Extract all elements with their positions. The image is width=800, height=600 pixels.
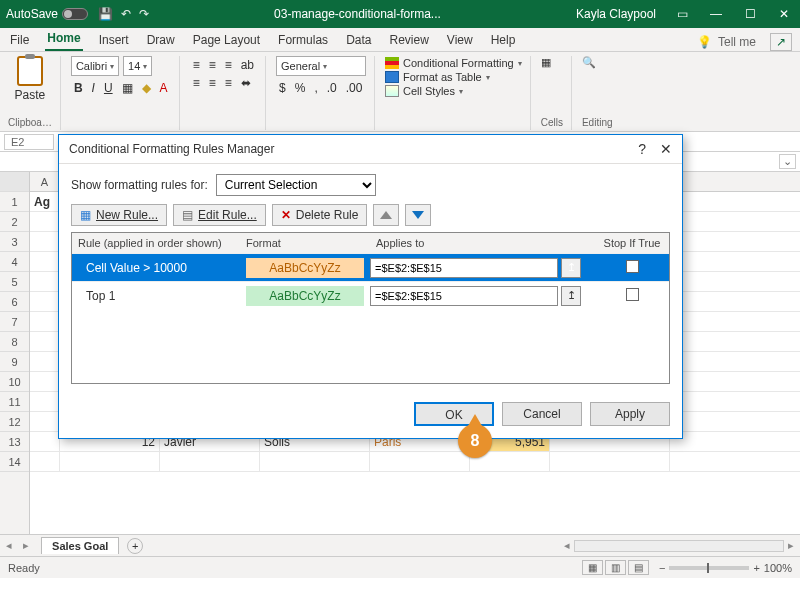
cell[interactable] [30,432,60,451]
delete-rule-button[interactable]: ✕Delete Rule [272,204,368,226]
align-right-icon[interactable]: ≡ [222,74,235,92]
cell[interactable] [30,232,60,251]
row-header[interactable]: 7 [0,312,29,332]
font-size-combo[interactable]: 14▾ [123,56,152,76]
view-buttons[interactable]: ▦▥▤ [580,560,649,575]
wrap-text-icon[interactable]: ab [238,56,257,74]
underline-button[interactable]: U [101,79,116,97]
tab-data[interactable]: Data [344,30,373,51]
bold-button[interactable]: B [71,79,86,97]
tab-help[interactable]: Help [489,30,518,51]
range-picker-icon[interactable]: ↥ [561,286,581,306]
font-color-button[interactable]: A [157,79,171,97]
cell[interactable] [60,452,160,471]
dialog-help-icon[interactable]: ? [638,141,646,157]
page-layout-view-icon[interactable]: ▥ [605,560,626,575]
tab-review[interactable]: Review [387,30,430,51]
comma-icon[interactable]: , [311,79,320,97]
cell[interactable] [260,452,370,471]
merge-icon[interactable]: ⬌ [238,74,254,92]
insert-cells-button[interactable]: ▦ [541,56,563,69]
maximize-icon[interactable]: ☐ [740,7,760,21]
ok-button[interactable]: OK [414,402,494,426]
name-box[interactable]: E2 [4,134,54,150]
close-icon[interactable]: ✕ [774,7,794,21]
move-rule-down-button[interactable] [405,204,431,226]
normal-view-icon[interactable]: ▦ [582,560,603,575]
expand-formula-bar-icon[interactable]: ⌄ [779,154,796,169]
page-break-view-icon[interactable]: ▤ [628,560,649,575]
cell[interactable] [160,452,260,471]
cell[interactable] [30,412,60,431]
tab-draw[interactable]: Draw [145,30,177,51]
row-header[interactable]: 11 [0,392,29,412]
cell[interactable] [550,452,670,471]
dec-decimal-icon[interactable]: .00 [343,79,366,97]
row-header[interactable]: 3 [0,232,29,252]
stop-if-true-checkbox[interactable] [626,288,639,301]
cell[interactable] [30,332,60,351]
save-icon[interactable]: 💾 [98,7,113,21]
number-format-combo[interactable]: General▾ [276,56,366,76]
minimize-icon[interactable]: — [706,7,726,21]
autosave-toggle[interactable]: AutoSave [6,7,88,21]
align-left-icon[interactable]: ≡ [190,74,203,92]
undo-icon[interactable]: ↶ [121,7,131,21]
align-top-icon[interactable]: ≡ [190,56,203,74]
row-header[interactable]: 9 [0,352,29,372]
row-header[interactable]: 10 [0,372,29,392]
cell-styles-button[interactable]: Cell Styles▾ [385,84,522,98]
rule-row[interactable]: Cell Value > 10000 AaBbCcYyZz ↥ [72,253,669,281]
cell[interactable] [30,252,60,271]
cell[interactable] [30,272,60,291]
align-mid-icon[interactable]: ≡ [206,56,219,74]
rule-applies-input[interactable] [370,258,558,278]
tab-tellme[interactable]: Tell me [718,35,756,49]
currency-icon[interactable]: $ [276,79,289,97]
tab-home[interactable]: Home [45,28,82,51]
user-name[interactable]: Kayla Claypool [576,7,656,21]
cell[interactable] [30,292,60,311]
new-sheet-button[interactable]: + [127,538,143,554]
row-header[interactable]: 4 [0,252,29,272]
share-button[interactable]: ↗ [770,33,792,51]
row-header[interactable]: 8 [0,332,29,352]
apply-button[interactable]: Apply [590,402,670,426]
select-all-corner[interactable] [0,172,29,192]
rule-row[interactable]: Top 1 AaBbCcYyZz ↥ [72,281,669,309]
horizontal-scrollbar[interactable]: ◂▸ [151,539,794,552]
align-center-icon[interactable]: ≡ [206,74,219,92]
row-header[interactable]: 6 [0,292,29,312]
cell[interactable] [30,212,60,231]
fill-color-button[interactable]: ◆ [139,79,154,97]
cell[interactable] [30,372,60,391]
border-button[interactable]: ▦ [119,79,136,97]
row-header[interactable]: 5 [0,272,29,292]
tab-view[interactable]: View [445,30,475,51]
cell[interactable] [30,352,60,371]
row-header[interactable]: 12 [0,412,29,432]
row-header[interactable]: 1 [0,192,29,212]
zoom-slider[interactable]: −+100% [659,562,792,574]
cancel-button[interactable]: Cancel [502,402,582,426]
format-as-table-button[interactable]: Format as Table▾ [385,70,522,84]
percent-icon[interactable]: % [292,79,309,97]
sheet-tab-active[interactable]: Sales Goal [41,537,119,554]
row-header[interactable]: 14 [0,452,29,472]
rule-applies-input[interactable] [370,286,558,306]
conditional-formatting-button[interactable]: Conditional Formatting▾ [385,56,522,70]
inc-decimal-icon[interactable]: .0 [324,79,340,97]
edit-rule-button[interactable]: ▤Edit Rule... [173,204,266,226]
dialog-close-icon[interactable]: ✕ [660,141,672,157]
tab-file[interactable]: File [8,30,31,51]
tab-insert[interactable]: Insert [97,30,131,51]
col-header[interactable]: A [30,172,60,191]
font-name-combo[interactable]: Calibri▾ [71,56,119,76]
range-picker-icon[interactable]: ↥ [561,258,581,278]
redo-icon[interactable]: ↷ [139,7,149,21]
sheet-nav-arrows[interactable]: ◂ ▸ [6,539,33,552]
cell[interactable] [30,312,60,331]
cell[interactable] [30,452,60,471]
paste-button[interactable]: Paste [8,56,52,102]
stop-if-true-checkbox[interactable] [626,260,639,273]
